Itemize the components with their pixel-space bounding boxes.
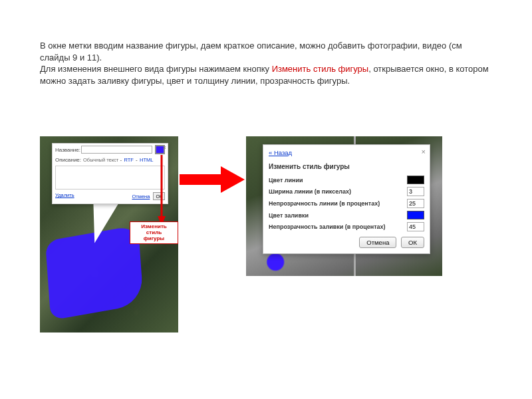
instruction-text: В окне метки вводим название фигуры, дае… — [40, 40, 492, 86]
right-screenshot: « Назад × Изменить стиль фигуры Цвет лин… — [246, 136, 442, 276]
ok-button[interactable]: ОК — [153, 192, 165, 200]
mode-html[interactable]: HTML — [140, 157, 153, 163]
left-screenshot: × Название: Описание: Обычный текст - RT… — [40, 136, 178, 332]
fill-opacity-label: Непрозрачность заливки (в процентах) — [269, 223, 386, 230]
description-textarea[interactable] — [55, 166, 165, 190]
style-edit-popup: « Назад × Изменить стиль фигуры Цвет лин… — [263, 144, 430, 254]
line-width-input[interactable] — [407, 187, 424, 196]
intro-line2-red: Изменить стиль фигуры — [272, 64, 369, 74]
big-red-arrow-icon — [180, 166, 239, 193]
delete-link[interactable]: Удалить — [55, 192, 74, 200]
fill-color-label: Цвет заливки — [269, 212, 309, 219]
intro-line1: В окне метки вводим название фигуры, дае… — [40, 41, 462, 63]
popup-title: Изменить стиль фигуры — [269, 163, 424, 170]
cancel-button[interactable]: Отмена — [359, 237, 396, 248]
placemark-edit-popup: × Название: Описание: Обычный текст - RT… — [52, 143, 168, 204]
change-style-callout: Изменить стиль фигуры — [130, 221, 178, 244]
name-input[interactable] — [81, 146, 152, 154]
line-opacity-input[interactable] — [407, 199, 424, 208]
svg-marker-3 — [221, 166, 245, 193]
description-label: Описание: — [55, 157, 83, 163]
description-mode-tabs: Обычный текст - RTF - HTML — [83, 157, 154, 163]
fill-opacity-input[interactable] — [407, 222, 424, 231]
close-icon[interactable]: × — [422, 148, 426, 156]
fill-color-swatch[interactable] — [407, 211, 424, 219]
callout-line1: Изменить стиль — [133, 223, 175, 235]
cancel-link[interactable]: Отмена — [132, 194, 150, 200]
back-link[interactable]: « Назад — [269, 149, 292, 156]
ok-button[interactable]: ОК — [401, 237, 424, 248]
line-width-label: Ширина линии (в пикселах) — [269, 188, 351, 195]
intro-line2a: Для изменения внешнего вида фигуры нажим… — [40, 64, 272, 74]
mode-rtf[interactable]: RTF — [124, 157, 133, 163]
name-field-label: Название: — [55, 147, 81, 153]
mode-plain[interactable]: Обычный текст — [83, 157, 118, 163]
callout-line2: фигуры — [133, 235, 175, 241]
line-opacity-label: Непрозрачность линии (в процентах) — [269, 200, 380, 207]
svg-rect-2 — [180, 174, 221, 185]
line-color-label: Цвет линии — [269, 177, 303, 184]
line-color-swatch[interactable] — [407, 176, 424, 184]
close-icon[interactable]: × — [163, 144, 166, 151]
